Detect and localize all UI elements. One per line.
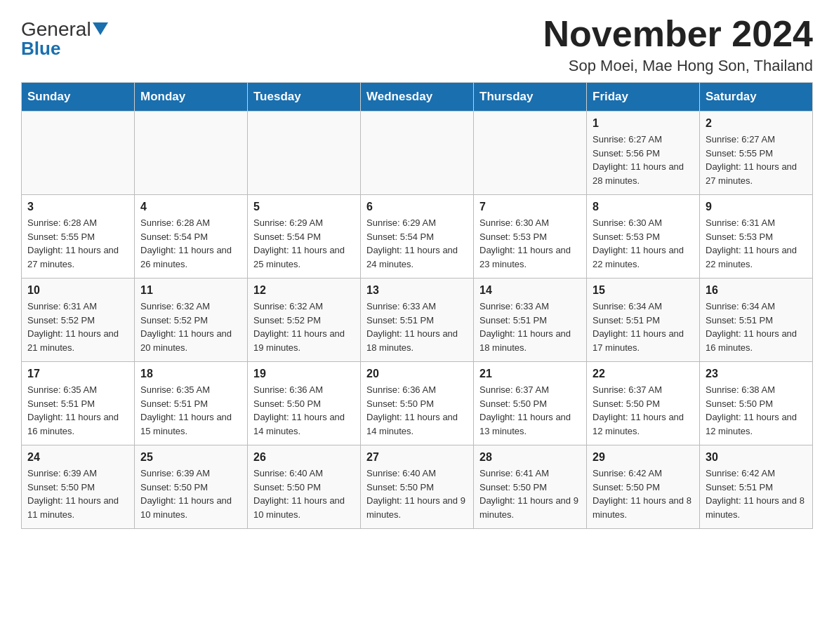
day-number: 1 [593, 117, 694, 130]
weekday-header-wednesday: Wednesday [361, 83, 474, 112]
day-info: Sunrise: 6:42 AMSunset: 5:51 PMDaylight:… [706, 467, 807, 521]
logo: General Blue [21, 20, 108, 60]
day-number: 29 [593, 451, 694, 464]
day-info: Sunrise: 6:32 AMSunset: 5:52 PMDaylight:… [140, 300, 241, 354]
calendar-cell [361, 112, 474, 195]
weekday-header-tuesday: Tuesday [248, 83, 361, 112]
calendar-cell: 25Sunrise: 6:39 AMSunset: 5:50 PMDayligh… [135, 445, 248, 529]
day-info: Sunrise: 6:33 AMSunset: 5:51 PMDaylight:… [479, 300, 581, 354]
day-info: Sunrise: 6:39 AMSunset: 5:50 PMDaylight:… [27, 467, 128, 521]
calendar-cell: 3Sunrise: 6:28 AMSunset: 5:55 PMDaylight… [22, 195, 135, 279]
day-info: Sunrise: 6:33 AMSunset: 5:51 PMDaylight:… [366, 300, 468, 354]
calendar-week-row: 24Sunrise: 6:39 AMSunset: 5:50 PMDayligh… [22, 445, 813, 529]
day-number: 25 [140, 451, 241, 464]
weekday-header-friday: Friday [587, 83, 700, 112]
calendar-cell: 28Sunrise: 6:41 AMSunset: 5:50 PMDayligh… [474, 445, 587, 529]
day-number: 27 [366, 451, 468, 464]
calendar-cell: 17Sunrise: 6:35 AMSunset: 5:51 PMDayligh… [22, 362, 135, 445]
calendar-cell: 7Sunrise: 6:30 AMSunset: 5:53 PMDaylight… [474, 195, 587, 279]
calendar-cell: 8Sunrise: 6:30 AMSunset: 5:53 PMDaylight… [587, 195, 700, 279]
day-number: 21 [479, 368, 581, 380]
calendar-cell: 5Sunrise: 6:29 AMSunset: 5:54 PMDaylight… [248, 195, 361, 279]
day-number: 17 [27, 368, 128, 380]
calendar-cell: 1Sunrise: 6:27 AMSunset: 5:56 PMDaylight… [587, 112, 700, 195]
day-number: 10 [27, 284, 128, 297]
calendar-cell: 2Sunrise: 6:27 AMSunset: 5:55 PMDaylight… [700, 112, 813, 195]
calendar-cell: 10Sunrise: 6:31 AMSunset: 5:52 PMDayligh… [22, 279, 135, 362]
day-info: Sunrise: 6:29 AMSunset: 5:54 PMDaylight:… [366, 216, 468, 271]
day-number: 24 [27, 451, 128, 464]
day-number: 23 [706, 368, 807, 380]
day-info: Sunrise: 6:27 AMSunset: 5:55 PMDaylight:… [706, 133, 807, 187]
calendar-week-row: 3Sunrise: 6:28 AMSunset: 5:55 PMDaylight… [22, 195, 813, 279]
day-info: Sunrise: 6:27 AMSunset: 5:56 PMDaylight:… [593, 133, 694, 187]
day-number: 8 [593, 201, 694, 213]
logo-general-text: General [21, 20, 91, 39]
calendar-week-row: 10Sunrise: 6:31 AMSunset: 5:52 PMDayligh… [22, 279, 813, 362]
calendar-cell: 22Sunrise: 6:37 AMSunset: 5:50 PMDayligh… [587, 362, 700, 445]
calendar-cell: 11Sunrise: 6:32 AMSunset: 5:52 PMDayligh… [135, 279, 248, 362]
day-number: 26 [253, 451, 355, 464]
day-info: Sunrise: 6:35 AMSunset: 5:51 PMDaylight:… [140, 383, 241, 438]
day-number: 28 [479, 451, 581, 464]
day-info: Sunrise: 6:38 AMSunset: 5:50 PMDaylight:… [706, 383, 807, 438]
day-info: Sunrise: 6:42 AMSunset: 5:50 PMDaylight:… [593, 467, 694, 521]
calendar-cell: 21Sunrise: 6:37 AMSunset: 5:50 PMDayligh… [474, 362, 587, 445]
page-header: General Blue November 2024 Sop Moei, Mae… [21, 14, 813, 75]
title-section: November 2024 Sop Moei, Mae Hong Son, Th… [543, 14, 813, 75]
calendar-week-row: 17Sunrise: 6:35 AMSunset: 5:51 PMDayligh… [22, 362, 813, 445]
day-number: 30 [706, 451, 807, 464]
day-info: Sunrise: 6:35 AMSunset: 5:51 PMDaylight:… [27, 383, 128, 438]
weekday-header-saturday: Saturday [700, 83, 813, 112]
day-info: Sunrise: 6:36 AMSunset: 5:50 PMDaylight:… [253, 383, 355, 438]
calendar-cell: 6Sunrise: 6:29 AMSunset: 5:54 PMDaylight… [361, 195, 474, 279]
day-info: Sunrise: 6:28 AMSunset: 5:55 PMDaylight:… [27, 216, 128, 271]
day-number: 5 [253, 201, 355, 213]
calendar-cell [248, 112, 361, 195]
calendar-cell: 9Sunrise: 6:31 AMSunset: 5:53 PMDaylight… [700, 195, 813, 279]
day-info: Sunrise: 6:28 AMSunset: 5:54 PMDaylight:… [140, 216, 241, 271]
calendar-cell: 27Sunrise: 6:40 AMSunset: 5:50 PMDayligh… [361, 445, 474, 529]
day-number: 6 [366, 201, 468, 213]
day-info: Sunrise: 6:29 AMSunset: 5:54 PMDaylight:… [253, 216, 355, 271]
calendar-cell [22, 112, 135, 195]
day-info: Sunrise: 6:40 AMSunset: 5:50 PMDaylight:… [366, 467, 468, 521]
calendar-cell: 14Sunrise: 6:33 AMSunset: 5:51 PMDayligh… [474, 279, 587, 362]
month-title: November 2024 [543, 14, 813, 54]
day-info: Sunrise: 6:32 AMSunset: 5:52 PMDaylight:… [253, 300, 355, 354]
day-number: 20 [366, 368, 468, 380]
day-number: 16 [706, 284, 807, 297]
weekday-header-sunday: Sunday [22, 83, 135, 112]
calendar-cell: 19Sunrise: 6:36 AMSunset: 5:50 PMDayligh… [248, 362, 361, 445]
svg-marker-0 [93, 22, 108, 35]
calendar-cell: 20Sunrise: 6:36 AMSunset: 5:50 PMDayligh… [361, 362, 474, 445]
calendar-cell: 12Sunrise: 6:32 AMSunset: 5:52 PMDayligh… [248, 279, 361, 362]
day-info: Sunrise: 6:40 AMSunset: 5:50 PMDaylight:… [253, 467, 355, 521]
day-number: 2 [706, 117, 807, 130]
day-number: 14 [479, 284, 581, 297]
calendar-cell [474, 112, 587, 195]
day-number: 7 [479, 201, 581, 213]
day-info: Sunrise: 6:34 AMSunset: 5:51 PMDaylight:… [706, 300, 807, 354]
calendar-cell: 4Sunrise: 6:28 AMSunset: 5:54 PMDaylight… [135, 195, 248, 279]
day-number: 11 [140, 284, 241, 297]
day-number: 13 [366, 284, 468, 297]
day-info: Sunrise: 6:34 AMSunset: 5:51 PMDaylight:… [593, 300, 694, 354]
location-title: Sop Moei, Mae Hong Son, Thailand [543, 57, 813, 75]
day-number: 9 [706, 201, 807, 213]
day-number: 18 [140, 368, 241, 380]
day-number: 12 [253, 284, 355, 297]
day-info: Sunrise: 6:31 AMSunset: 5:52 PMDaylight:… [27, 300, 128, 354]
day-info: Sunrise: 6:31 AMSunset: 5:53 PMDaylight:… [706, 216, 807, 271]
calendar-cell: 26Sunrise: 6:40 AMSunset: 5:50 PMDayligh… [248, 445, 361, 529]
calendar-cell: 13Sunrise: 6:33 AMSunset: 5:51 PMDayligh… [361, 279, 474, 362]
calendar-header-row: SundayMondayTuesdayWednesdayThursdayFrid… [22, 83, 813, 112]
calendar-cell: 15Sunrise: 6:34 AMSunset: 5:51 PMDayligh… [587, 279, 700, 362]
calendar-cell: 16Sunrise: 6:34 AMSunset: 5:51 PMDayligh… [700, 279, 813, 362]
day-number: 4 [140, 201, 241, 213]
calendar-cell: 29Sunrise: 6:42 AMSunset: 5:50 PMDayligh… [587, 445, 700, 529]
logo-triangle-icon [93, 22, 108, 35]
logo-blue-text: Blue [21, 38, 60, 60]
calendar-week-row: 1Sunrise: 6:27 AMSunset: 5:56 PMDaylight… [22, 112, 813, 195]
calendar-cell [135, 112, 248, 195]
